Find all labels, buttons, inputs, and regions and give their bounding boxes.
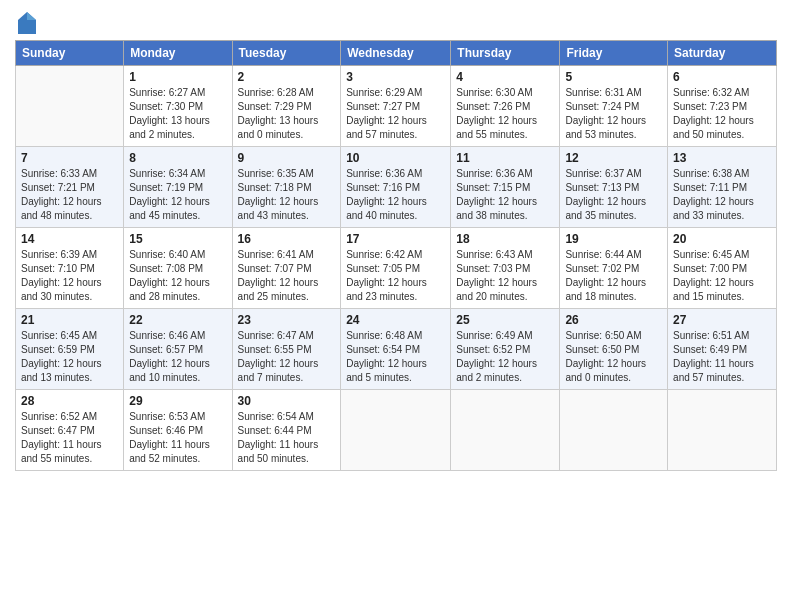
day-number: 6 [673,70,771,84]
calendar-cell [16,66,124,147]
calendar-week-3: 14Sunrise: 6:39 AMSunset: 7:10 PMDayligh… [16,228,777,309]
calendar-cell [341,390,451,471]
day-info: Sunrise: 6:42 AMSunset: 7:05 PMDaylight:… [346,248,445,304]
day-info: Sunrise: 6:28 AMSunset: 7:29 PMDaylight:… [238,86,336,142]
calendar-cell: 30Sunrise: 6:54 AMSunset: 6:44 PMDayligh… [232,390,341,471]
day-info: Sunrise: 6:54 AMSunset: 6:44 PMDaylight:… [238,410,336,466]
day-number: 13 [673,151,771,165]
calendar-cell: 3Sunrise: 6:29 AMSunset: 7:27 PMDaylight… [341,66,451,147]
header [15,10,777,34]
day-info: Sunrise: 6:43 AMSunset: 7:03 PMDaylight:… [456,248,554,304]
day-number: 3 [346,70,445,84]
day-info: Sunrise: 6:41 AMSunset: 7:07 PMDaylight:… [238,248,336,304]
day-info: Sunrise: 6:52 AMSunset: 6:47 PMDaylight:… [21,410,118,466]
day-info: Sunrise: 6:39 AMSunset: 7:10 PMDaylight:… [21,248,118,304]
calendar-cell: 24Sunrise: 6:48 AMSunset: 6:54 PMDayligh… [341,309,451,390]
day-number: 11 [456,151,554,165]
day-number: 5 [565,70,662,84]
day-info: Sunrise: 6:33 AMSunset: 7:21 PMDaylight:… [21,167,118,223]
calendar-cell: 17Sunrise: 6:42 AMSunset: 7:05 PMDayligh… [341,228,451,309]
calendar-cell: 19Sunrise: 6:44 AMSunset: 7:02 PMDayligh… [560,228,668,309]
calendar-cell: 10Sunrise: 6:36 AMSunset: 7:16 PMDayligh… [341,147,451,228]
calendar-cell: 18Sunrise: 6:43 AMSunset: 7:03 PMDayligh… [451,228,560,309]
day-info: Sunrise: 6:36 AMSunset: 7:16 PMDaylight:… [346,167,445,223]
calendar-cell: 2Sunrise: 6:28 AMSunset: 7:29 PMDaylight… [232,66,341,147]
weekday-header-sunday: Sunday [16,41,124,66]
day-number: 14 [21,232,118,246]
day-number: 28 [21,394,118,408]
calendar-cell: 14Sunrise: 6:39 AMSunset: 7:10 PMDayligh… [16,228,124,309]
weekday-header-friday: Friday [560,41,668,66]
weekday-header-saturday: Saturday [668,41,777,66]
day-info: Sunrise: 6:32 AMSunset: 7:23 PMDaylight:… [673,86,771,142]
calendar-cell: 8Sunrise: 6:34 AMSunset: 7:19 PMDaylight… [124,147,232,228]
calendar-cell: 13Sunrise: 6:38 AMSunset: 7:11 PMDayligh… [668,147,777,228]
day-number: 23 [238,313,336,327]
day-info: Sunrise: 6:48 AMSunset: 6:54 PMDaylight:… [346,329,445,385]
calendar-cell: 23Sunrise: 6:47 AMSunset: 6:55 PMDayligh… [232,309,341,390]
day-number: 18 [456,232,554,246]
day-number: 26 [565,313,662,327]
day-number: 16 [238,232,336,246]
calendar-cell: 16Sunrise: 6:41 AMSunset: 7:07 PMDayligh… [232,228,341,309]
day-info: Sunrise: 6:37 AMSunset: 7:13 PMDaylight:… [565,167,662,223]
day-number: 4 [456,70,554,84]
calendar-week-4: 21Sunrise: 6:45 AMSunset: 6:59 PMDayligh… [16,309,777,390]
day-info: Sunrise: 6:40 AMSunset: 7:08 PMDaylight:… [129,248,226,304]
day-number: 15 [129,232,226,246]
calendar-cell: 22Sunrise: 6:46 AMSunset: 6:57 PMDayligh… [124,309,232,390]
calendar-week-5: 28Sunrise: 6:52 AMSunset: 6:47 PMDayligh… [16,390,777,471]
day-number: 9 [238,151,336,165]
calendar-cell: 12Sunrise: 6:37 AMSunset: 7:13 PMDayligh… [560,147,668,228]
day-info: Sunrise: 6:30 AMSunset: 7:26 PMDaylight:… [456,86,554,142]
calendar-cell: 15Sunrise: 6:40 AMSunset: 7:08 PMDayligh… [124,228,232,309]
calendar-cell [560,390,668,471]
day-info: Sunrise: 6:45 AMSunset: 7:00 PMDaylight:… [673,248,771,304]
calendar-cell: 4Sunrise: 6:30 AMSunset: 7:26 PMDaylight… [451,66,560,147]
day-number: 24 [346,313,445,327]
calendar-cell: 29Sunrise: 6:53 AMSunset: 6:46 PMDayligh… [124,390,232,471]
calendar-table: SundayMondayTuesdayWednesdayThursdayFrid… [15,40,777,471]
day-info: Sunrise: 6:47 AMSunset: 6:55 PMDaylight:… [238,329,336,385]
day-info: Sunrise: 6:51 AMSunset: 6:49 PMDaylight:… [673,329,771,385]
day-info: Sunrise: 6:44 AMSunset: 7:02 PMDaylight:… [565,248,662,304]
day-info: Sunrise: 6:45 AMSunset: 6:59 PMDaylight:… [21,329,118,385]
day-info: Sunrise: 6:49 AMSunset: 6:52 PMDaylight:… [456,329,554,385]
day-info: Sunrise: 6:29 AMSunset: 7:27 PMDaylight:… [346,86,445,142]
day-info: Sunrise: 6:35 AMSunset: 7:18 PMDaylight:… [238,167,336,223]
day-number: 29 [129,394,226,408]
day-number: 25 [456,313,554,327]
weekday-header-thursday: Thursday [451,41,560,66]
logo-icon [18,12,36,34]
day-info: Sunrise: 6:36 AMSunset: 7:15 PMDaylight:… [456,167,554,223]
weekday-header-wednesday: Wednesday [341,41,451,66]
page: SundayMondayTuesdayWednesdayThursdayFrid… [0,0,792,612]
day-info: Sunrise: 6:34 AMSunset: 7:19 PMDaylight:… [129,167,226,223]
calendar-cell: 26Sunrise: 6:50 AMSunset: 6:50 PMDayligh… [560,309,668,390]
day-info: Sunrise: 6:31 AMSunset: 7:24 PMDaylight:… [565,86,662,142]
day-number: 20 [673,232,771,246]
weekday-header-row: SundayMondayTuesdayWednesdayThursdayFrid… [16,41,777,66]
calendar-cell: 28Sunrise: 6:52 AMSunset: 6:47 PMDayligh… [16,390,124,471]
day-info: Sunrise: 6:38 AMSunset: 7:11 PMDaylight:… [673,167,771,223]
day-info: Sunrise: 6:53 AMSunset: 6:46 PMDaylight:… [129,410,226,466]
calendar-cell: 6Sunrise: 6:32 AMSunset: 7:23 PMDaylight… [668,66,777,147]
calendar-cell: 9Sunrise: 6:35 AMSunset: 7:18 PMDaylight… [232,147,341,228]
day-number: 22 [129,313,226,327]
calendar-cell [451,390,560,471]
day-number: 8 [129,151,226,165]
day-info: Sunrise: 6:46 AMSunset: 6:57 PMDaylight:… [129,329,226,385]
calendar-cell: 25Sunrise: 6:49 AMSunset: 6:52 PMDayligh… [451,309,560,390]
day-number: 21 [21,313,118,327]
weekday-header-tuesday: Tuesday [232,41,341,66]
day-number: 12 [565,151,662,165]
day-number: 19 [565,232,662,246]
calendar-cell: 5Sunrise: 6:31 AMSunset: 7:24 PMDaylight… [560,66,668,147]
day-number: 27 [673,313,771,327]
day-number: 30 [238,394,336,408]
day-info: Sunrise: 6:27 AMSunset: 7:30 PMDaylight:… [129,86,226,142]
calendar-cell: 7Sunrise: 6:33 AMSunset: 7:21 PMDaylight… [16,147,124,228]
calendar-cell [668,390,777,471]
calendar-week-2: 7Sunrise: 6:33 AMSunset: 7:21 PMDaylight… [16,147,777,228]
calendar-cell: 21Sunrise: 6:45 AMSunset: 6:59 PMDayligh… [16,309,124,390]
